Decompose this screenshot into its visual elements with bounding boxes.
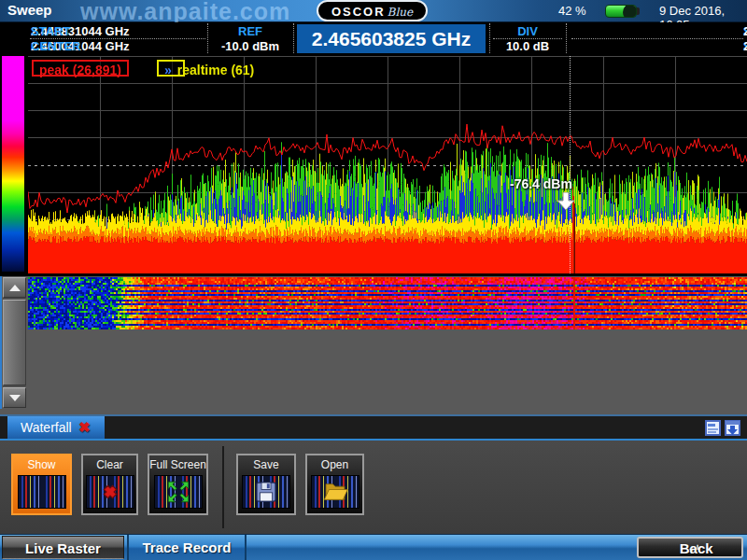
div-field[interactable]: DIV 10.0 dB	[491, 22, 564, 54]
mode-title: Sweep	[7, 2, 52, 18]
arrow-up-icon	[9, 285, 21, 291]
show-button[interactable]: Show	[11, 454, 72, 515]
frequency-bar: 2.448831044 GHz START 2.460041044 GHz CE…	[0, 22, 747, 54]
save-button[interactable]: Save	[236, 454, 296, 515]
full-screen-arrows-icon	[154, 475, 203, 509]
div-label: DIV	[491, 24, 564, 38]
battery-percent: 42 %	[558, 4, 586, 18]
arrow-down-icon	[9, 395, 21, 401]
scroll-up-button[interactable]	[3, 277, 26, 298]
clear-x-icon	[86, 475, 134, 509]
waterfall-display	[0, 276, 747, 414]
back-button[interactable]: Back↵	[637, 537, 743, 558]
divider	[566, 23, 567, 53]
current-frequency-display[interactable]: 2.465603825 GHz	[297, 24, 486, 53]
panel-accent	[0, 276, 2, 409]
peak-trace-legend[interactable]: peak (26,891)	[32, 60, 129, 77]
save-floppy-icon	[242, 475, 290, 509]
waterfall-stripes-icon	[18, 475, 66, 509]
tab-trace-record[interactable]: Trace Record	[127, 535, 247, 560]
open-button[interactable]: Open	[305, 454, 364, 515]
tab-waterfall[interactable]: Waterfall ✖	[7, 416, 105, 439]
chevron-right-icon: »	[164, 63, 172, 77]
waterfall-plot[interactable]	[28, 277, 747, 329]
close-tab-icon[interactable]: ✖	[78, 416, 91, 439]
marker-arrow-icon	[557, 192, 575, 211]
spectrum-plot[interactable]	[28, 56, 747, 273]
scrollbar-thumb[interactable]	[3, 300, 26, 385]
tab-strip: Waterfall ✖	[0, 414, 747, 441]
watermark-text: www.anpaite.com	[80, 0, 290, 25]
full-screen-button[interactable]: Full Screen	[148, 454, 208, 515]
start-row: 2.448831044 GHz START	[31, 24, 204, 38]
span-row: SPAN 22.420000 MHz	[568, 39, 743, 53]
open-folder-icon	[311, 475, 359, 509]
waterfall-toolbar: Show Clear Full Screen Save	[0, 441, 747, 534]
marker-value: -76.4 dBm	[510, 176, 572, 191]
realtime-trace-legend[interactable]: »realtime (61)	[157, 60, 185, 77]
divider	[0, 414, 747, 416]
divider	[222, 446, 224, 528]
divider	[293, 23, 294, 53]
ref-label: REF	[208, 24, 292, 38]
export-down-icon[interactable]	[725, 420, 740, 436]
stop-span-field[interactable]: STOP 2.471251044 GHz SPAN 22.420000 MHz	[568, 22, 745, 54]
spectrum-display: peak (26,891) »realtime (61) -76.4 dBm	[0, 54, 747, 276]
window-list-icon[interactable]	[705, 420, 721, 436]
tab-live-raster[interactable]: Live Raster	[2, 536, 124, 559]
oscor-screen: Sweep www.anpaite.com OSCORBlue 42 % 9 D…	[0, 0, 747, 560]
divider	[489, 23, 490, 53]
scroll-down-button[interactable]	[3, 387, 26, 408]
start-center-field[interactable]: 2.448831044 GHz START 2.460041044 GHz CE…	[28, 22, 207, 54]
ref-value: -10.0 dBm	[208, 39, 292, 53]
battery-gloss	[623, 5, 637, 18]
battery-nub	[637, 7, 640, 15]
title-bar: Sweep www.anpaite.com OSCORBlue 42 % 9 D…	[0, 0, 747, 22]
battery-icon	[605, 5, 637, 18]
clear-button[interactable]: Clear	[81, 454, 138, 515]
div-value: 10.0 dB	[491, 39, 564, 53]
marker-line	[570, 56, 571, 273]
bottom-bar: Live Raster Trace Record Back↵	[0, 534, 747, 560]
center-row: 2.460041044 GHz CENTER	[31, 39, 204, 53]
oscor-blue-logo: OSCORBlue	[317, 0, 428, 21]
ref-field[interactable]: REF -10.0 dBm	[208, 22, 292, 54]
stop-row: STOP 2.471251044 GHz	[568, 24, 743, 38]
amplitude-colorbar	[2, 56, 24, 272]
